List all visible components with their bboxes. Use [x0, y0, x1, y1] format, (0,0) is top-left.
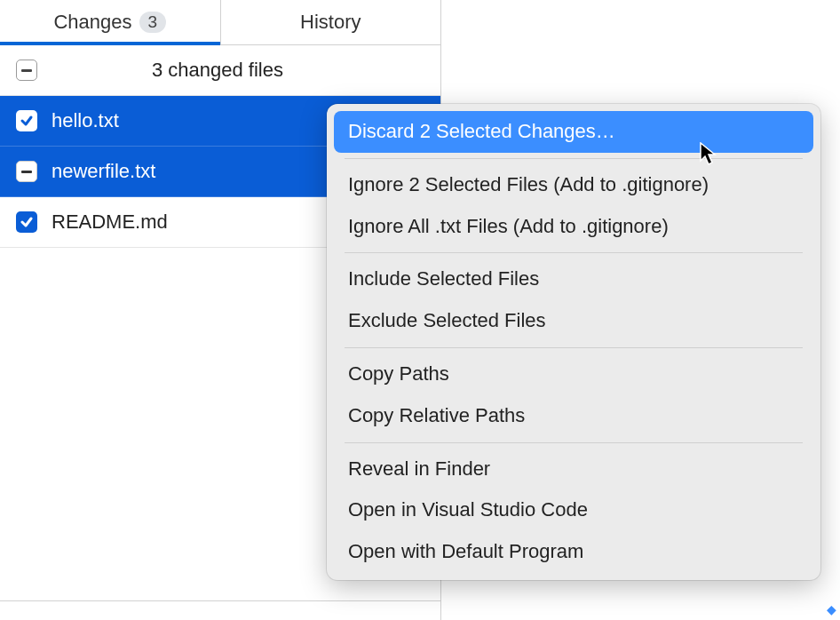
file-checkbox[interactable] — [16, 110, 37, 131]
tab-history[interactable]: History — [221, 0, 441, 44]
menu-item-exclude-selected[interactable]: Exclude Selected Files — [334, 300, 813, 342]
menu-separator — [345, 442, 803, 443]
menu-item-open-vscode[interactable]: Open in Visual Studio Code — [334, 489, 813, 531]
menu-separator — [345, 252, 803, 253]
file-name: README.md — [52, 211, 168, 234]
menu-item-ignore-selected[interactable]: Ignore 2 Selected Files (Add to .gitigno… — [334, 164, 813, 206]
menu-item-copy-paths[interactable]: Copy Paths — [334, 354, 813, 395]
tab-changes[interactable]: Changes 3 — [0, 0, 221, 44]
file-name: hello.txt — [52, 109, 119, 132]
menu-item-open-default[interactable]: Open with Default Program — [334, 531, 813, 573]
menu-item-reveal-finder[interactable]: Reveal in Finder — [334, 449, 813, 490]
tab-changes-label: Changes — [53, 11, 131, 34]
menu-item-copy-relative-paths[interactable]: Copy Relative Paths — [334, 395, 813, 437]
menu-item-discard-changes[interactable]: Discard 2 Selected Changes… — [334, 111, 813, 153]
menu-separator — [345, 347, 803, 348]
check-icon — [20, 215, 34, 229]
check-icon — [20, 114, 34, 128]
tab-history-label: History — [300, 11, 361, 34]
resize-handle-icon: ◆ — [827, 602, 836, 616]
summary-text: 3 changed files — [11, 59, 424, 82]
menu-separator — [345, 158, 803, 159]
summary-row: 3 changed files — [0, 45, 440, 96]
panel-divider — [0, 600, 441, 601]
changes-count-badge: 3 — [139, 12, 167, 33]
context-menu: Discard 2 Selected Changes… Ignore 2 Sel… — [327, 104, 820, 580]
file-checkbox[interactable] — [16, 211, 37, 233]
menu-item-ignore-extension[interactable]: Ignore All .txt Files (Add to .gitignore… — [334, 206, 813, 248]
file-checkbox[interactable] — [16, 161, 37, 182]
menu-item-include-selected[interactable]: Include Selected Files — [334, 258, 813, 300]
file-name: newerfile.txt — [52, 160, 155, 183]
tab-bar: Changes 3 History — [0, 0, 440, 45]
